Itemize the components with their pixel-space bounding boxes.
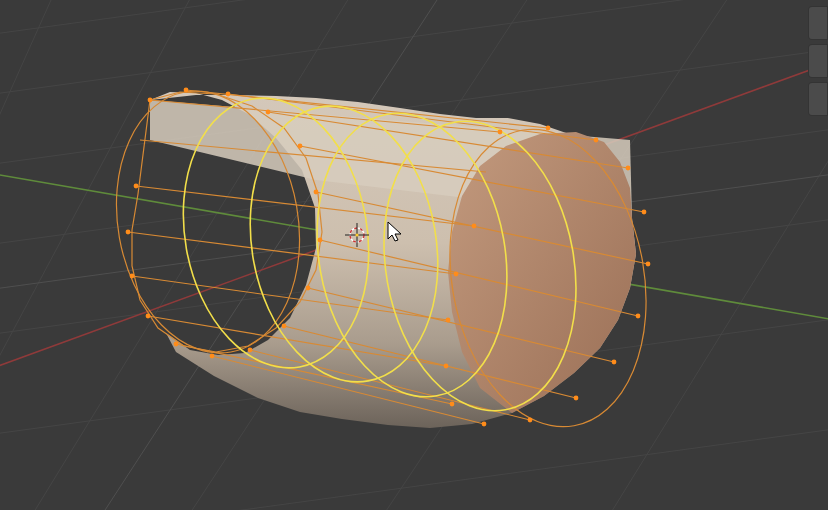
- svg-point-57: [498, 130, 503, 135]
- svg-point-69: [444, 364, 449, 369]
- svg-point-52: [174, 342, 179, 347]
- svg-point-68: [450, 402, 455, 407]
- svg-point-46: [314, 190, 319, 195]
- svg-point-64: [612, 360, 617, 365]
- svg-line-6: [0, 420, 828, 510]
- svg-point-51: [210, 354, 215, 359]
- cylinder-faces: [150, 92, 636, 428]
- svg-point-48: [306, 286, 311, 291]
- cylinder-cap-right: [448, 132, 636, 413]
- sidebar-tool-2[interactable]: [808, 44, 828, 78]
- svg-point-53: [146, 314, 151, 319]
- svg-point-63: [636, 314, 641, 319]
- svg-point-47: [318, 238, 323, 243]
- svg-point-71: [454, 272, 459, 277]
- svg-line-1: [0, 0, 828, 100]
- svg-point-41: [148, 98, 153, 103]
- svg-point-42: [184, 88, 189, 93]
- svg-point-58: [546, 126, 551, 131]
- svg-point-72: [472, 224, 477, 229]
- svg-point-54: [130, 274, 135, 279]
- svg-point-60: [626, 166, 631, 171]
- svg-point-66: [528, 418, 533, 423]
- viewport-3d[interactable]: [0, 0, 828, 510]
- svg-point-70: [446, 318, 451, 323]
- svg-line-7: [0, 0, 60, 510]
- svg-point-44: [266, 110, 271, 115]
- scene-canvas[interactable]: [0, 0, 828, 510]
- svg-point-62: [646, 262, 651, 267]
- svg-point-59: [594, 138, 599, 143]
- svg-point-55: [126, 230, 131, 235]
- svg-point-61: [642, 210, 647, 215]
- sidebar-tool-1[interactable]: [808, 6, 828, 40]
- svg-line-8: [0, 0, 200, 510]
- svg-point-49: [282, 324, 287, 329]
- sidebar-tool-3[interactable]: [808, 82, 828, 116]
- svg-point-65: [574, 396, 579, 401]
- svg-point-77: [355, 233, 358, 236]
- svg-point-67: [482, 422, 487, 427]
- tool-sidebar: [808, 0, 828, 116]
- svg-point-50: [248, 348, 253, 353]
- svg-point-43: [226, 92, 231, 97]
- cylinder-mesh[interactable]: [96, 76, 668, 442]
- svg-point-45: [298, 144, 303, 149]
- svg-point-56: [134, 184, 139, 189]
